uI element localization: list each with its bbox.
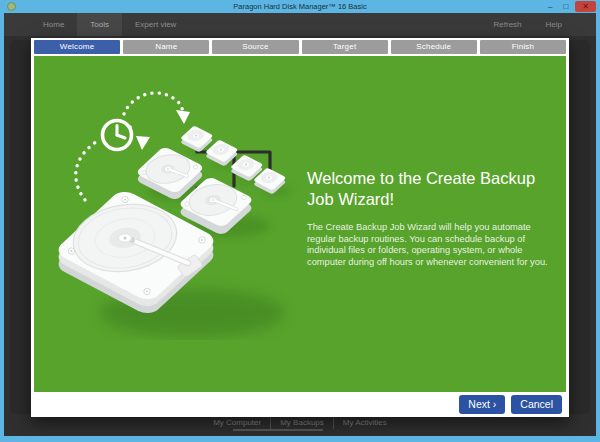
- step-schedule[interactable]: Schedule: [391, 40, 477, 54]
- bottom-tab-my-computer[interactable]: My Computer: [204, 417, 270, 429]
- step-welcome[interactable]: Welcome: [34, 40, 120, 54]
- next-button[interactable]: Next ›: [459, 395, 505, 415]
- cancel-button[interactable]: Cancel: [511, 395, 562, 415]
- maximize-icon[interactable]: □: [559, 1, 572, 12]
- arrowhead: [176, 110, 190, 124]
- ribbon-right: RefreshHelp: [494, 13, 562, 36]
- bottom-tab-my-activities[interactable]: My Activities: [333, 417, 396, 429]
- window-title: Paragon Hard Disk Manager™ 16 Basic: [0, 0, 600, 13]
- step-source[interactable]: Source: [212, 40, 298, 54]
- ribbon-right-item-help[interactable]: Help: [546, 13, 562, 36]
- titlebar: Paragon Hard Disk Manager™ 16 Basic – □ …: [0, 0, 600, 13]
- ribbon-tab-tools[interactable]: Tools: [77, 13, 122, 36]
- window-border: [0, 0, 4, 442]
- step-target[interactable]: Target: [302, 40, 388, 54]
- app-window: Paragon Hard Disk Manager™ 16 Basic – □ …: [0, 0, 600, 442]
- ribbon-right-item-refresh[interactable]: Refresh: [494, 13, 522, 36]
- wizard-description: The Create Backup Job Wizard will help y…: [307, 222, 561, 268]
- arrowhead: [136, 136, 150, 150]
- ribbon-tab-expert-view[interactable]: Expert view: [122, 13, 189, 36]
- close-icon[interactable]: ✕: [575, 1, 596, 12]
- step-name[interactable]: Name: [123, 40, 209, 54]
- wizard-steps: WelcomeNameSourceTargetScheduleFinish: [34, 40, 566, 54]
- wizard-heading: Welcome to the Create Backup Job Wizard!: [307, 168, 565, 210]
- create-backup-job-wizard-dialog: WelcomeNameSourceTargetScheduleFinish: [31, 38, 569, 417]
- ribbon-tab-home[interactable]: Home: [30, 13, 77, 36]
- wizard-footer: Next › Cancel: [31, 392, 569, 417]
- window-controls: – □ ✕: [544, 1, 596, 12]
- bottom-tabs: My ComputerMy BackupsMy Activities: [4, 417, 596, 429]
- minimize-icon[interactable]: –: [544, 1, 556, 12]
- wizard-canvas: Welcome to the Create Backup Job Wizard!…: [34, 56, 566, 392]
- welcome-text-block: Welcome to the Create Backup Job Wizard!…: [307, 168, 565, 268]
- ribbon-tabs: HomeToolsExpert view: [30, 13, 189, 36]
- bottom-tab-indicator: [233, 429, 323, 431]
- step-finish[interactable]: Finish: [480, 40, 566, 54]
- window-border: [0, 436, 600, 442]
- backup-illustration: [40, 70, 320, 340]
- window-border: [596, 0, 600, 442]
- ribbon: HomeToolsExpert view RefreshHelp: [4, 13, 596, 36]
- clock-icon: [103, 121, 132, 150]
- bottom-tab-my-backups[interactable]: My Backups: [270, 417, 333, 429]
